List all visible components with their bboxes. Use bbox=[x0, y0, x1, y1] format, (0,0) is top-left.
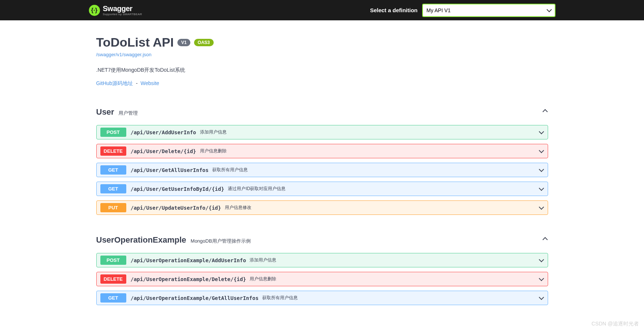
method-badge: PUT bbox=[100, 203, 126, 212]
operation-path: /api/User/AddUserInfo bbox=[131, 129, 196, 135]
watermark: CSDN @追逐时光者 bbox=[591, 321, 639, 327]
chevron-up-icon bbox=[542, 237, 548, 243]
tag-description: MongoDB用户管理操作示例 bbox=[191, 238, 251, 244]
tag-section-useropexample: UserOperationExample MongoDB用户管理操作示例 POS… bbox=[96, 235, 548, 305]
method-badge: GET bbox=[100, 293, 126, 303]
oas-badge: OAS3 bbox=[194, 39, 214, 46]
operation-path: /api/UserOperationExample/GetAllUserInfo… bbox=[131, 295, 259, 301]
brand-name: Swagger bbox=[103, 5, 142, 12]
tag-name: UserOperationExample bbox=[96, 235, 186, 245]
link-separator: - bbox=[134, 80, 139, 86]
external-links: GitHub源码地址 - Website bbox=[96, 80, 548, 87]
operation-summary: 获取所有用户信息 bbox=[262, 295, 298, 301]
operation-row[interactable]: POST /api/User/AddUserInfo 添加用户信息 bbox=[96, 125, 548, 139]
version-badge: V1 bbox=[177, 39, 190, 46]
brand: {·} Swagger Supported by SMARTBEAR bbox=[89, 5, 142, 16]
chevron-down-icon bbox=[539, 277, 544, 282]
operation-summary: 用户信息修改 bbox=[225, 205, 251, 211]
definition-selector: Select a definition My API V1 bbox=[370, 4, 555, 17]
operation-summary: 用户信息删除 bbox=[250, 276, 276, 282]
chevron-down-icon bbox=[539, 258, 544, 263]
operation-path: /api/User/GetUserInfoById/{id} bbox=[131, 186, 224, 192]
operation-row[interactable]: DELETE /api/UserOperationExample/Delete/… bbox=[96, 272, 548, 286]
brand-subtitle: Supported by SMARTBEAR bbox=[103, 13, 142, 16]
topbar: {·} Swagger Supported by SMARTBEAR Selec… bbox=[0, 0, 644, 20]
github-link[interactable]: GitHub源码地址 bbox=[96, 80, 133, 86]
method-badge: POST bbox=[100, 256, 126, 265]
operation-row[interactable]: DELETE /api/User/Delete/{id} 用户信息删除 bbox=[96, 144, 548, 158]
api-description: .NET7使用MongoDB开发ToDoList系统 bbox=[96, 67, 548, 74]
chevron-down-icon bbox=[539, 186, 544, 192]
chevron-up-icon bbox=[542, 109, 548, 115]
method-badge: DELETE bbox=[100, 146, 126, 156]
spec-url-link[interactable]: /swagger/v1/swagger.json bbox=[96, 52, 152, 57]
chevron-down-icon bbox=[539, 130, 544, 135]
swagger-logo-icon: {·} bbox=[89, 5, 100, 16]
operation-path: /api/User/GetAllUserInfos bbox=[131, 167, 209, 173]
website-link[interactable]: Website bbox=[141, 80, 159, 86]
tag-description: 用户管理 bbox=[119, 110, 138, 116]
operation-summary: 通过用户ID获取对应用户信息 bbox=[228, 186, 286, 192]
operation-path: /api/User/Delete/{id} bbox=[131, 148, 196, 154]
chevron-down-icon bbox=[539, 149, 544, 154]
operation-path: /api/User/UpdateUserInfo/{id} bbox=[131, 205, 221, 211]
operation-row[interactable]: GET /api/UserOperationExample/GetAllUser… bbox=[96, 291, 548, 305]
operation-row[interactable]: POST /api/UserOperationExample/AddUserIn… bbox=[96, 253, 548, 267]
tag-header-user[interactable]: User 用户管理 bbox=[96, 107, 548, 120]
operation-row[interactable]: GET /api/User/GetAllUserInfos 获取所有用户信息 bbox=[96, 163, 548, 177]
operation-path: /api/UserOperationExample/Delete/{id} bbox=[131, 276, 246, 282]
definition-select[interactable]: My API V1 bbox=[422, 4, 555, 17]
operation-summary: 用户信息删除 bbox=[200, 148, 227, 154]
method-badge: GET bbox=[100, 184, 126, 193]
chevron-down-icon bbox=[539, 205, 544, 210]
tag-name: User bbox=[96, 107, 114, 117]
definition-label: Select a definition bbox=[370, 7, 417, 13]
method-badge: GET bbox=[100, 165, 126, 175]
api-title: ToDoList API bbox=[96, 35, 174, 50]
tag-section-user: User 用户管理 POST /api/User/AddUserInfo 添加用… bbox=[96, 107, 548, 215]
tag-header-useropexample[interactable]: UserOperationExample MongoDB用户管理操作示例 bbox=[96, 235, 548, 248]
chevron-down-icon bbox=[539, 295, 544, 301]
operation-row[interactable]: GET /api/User/GetUserInfoById/{id} 通过用户I… bbox=[96, 182, 548, 196]
operation-row[interactable]: PUT /api/User/UpdateUserInfo/{id} 用户信息修改 bbox=[96, 200, 548, 215]
operation-summary: 添加用户信息 bbox=[200, 129, 227, 135]
operation-path: /api/UserOperationExample/AddUserInfo bbox=[131, 257, 246, 263]
main-content: ToDoList API V1 OAS3 /swagger/v1/swagger… bbox=[89, 20, 555, 327]
method-badge: POST bbox=[100, 128, 126, 137]
chevron-down-icon bbox=[539, 168, 544, 173]
operation-summary: 获取所有用户信息 bbox=[212, 167, 248, 173]
operation-summary: 添加用户信息 bbox=[250, 257, 276, 263]
method-badge: DELETE bbox=[100, 274, 126, 284]
